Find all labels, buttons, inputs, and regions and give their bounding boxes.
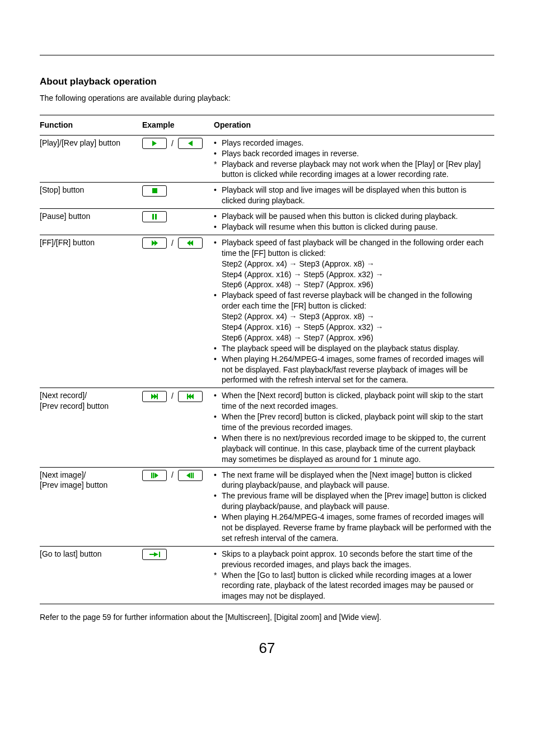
op-ff-fr: •Playback speed of fast playback will be…: [214, 235, 494, 388]
fn-next-prev-record: [Next record]/ [Prev record] button: [40, 388, 142, 467]
revplay-icon: [188, 141, 193, 146]
fn-next-prev-image: [Next image]/ [Prev image] button: [40, 467, 142, 546]
ex-ff-fr: /: [142, 235, 214, 388]
op-stop: •Playback will stop and live images will…: [214, 183, 494, 209]
section-title: About playback operation: [40, 76, 494, 88]
table-row: [Play]/[Rev play] button / •Plays record…: [40, 135, 494, 183]
go-to-last-button-icon: [142, 549, 167, 560]
ff-button-icon: [142, 237, 167, 249]
next-record-button-icon: [142, 391, 167, 402]
ex-play-revplay: /: [142, 135, 214, 183]
next-record-icon: [151, 394, 158, 399]
fn-pause: [Pause] button: [40, 209, 142, 235]
next-image-icon: [151, 473, 158, 478]
document-page: About playback operation The following o…: [0, 0, 534, 680]
header-function: Function: [40, 115, 142, 135]
op-play-revplay: •Plays recorded images. •Plays back reco…: [214, 135, 494, 183]
table-row: [Stop] button •Playback will stop and li…: [40, 183, 494, 209]
ex-go-to-last: [142, 546, 214, 604]
table-row: [FF]/[FR] button / •Playback speed of fa…: [40, 235, 494, 388]
revplay-button-icon: [178, 138, 203, 149]
slash-sep: /: [169, 470, 176, 480]
go-to-last-icon: [149, 552, 160, 557]
ex-next-prev-record: /: [142, 388, 214, 467]
stop-button-icon: [142, 185, 167, 197]
play-icon: [152, 141, 157, 146]
table-row: [Next record]/ [Prev record] button / •W…: [40, 388, 494, 467]
ex-next-prev-image: /: [142, 467, 214, 546]
header-operation: Operation: [214, 115, 494, 135]
prev-image-button-icon: [178, 470, 203, 481]
ex-stop: [142, 183, 214, 209]
fn-go-to-last: [Go to last] button: [40, 546, 142, 604]
op-next-prev-record: •When the [Next record] button is clicke…: [214, 388, 494, 467]
table-row: [Next image]/ [Prev image] button / •The…: [40, 467, 494, 546]
play-button-icon: [142, 138, 167, 149]
fn-ff-fr: [FF]/[FR] button: [40, 235, 142, 388]
stop-icon: [152, 188, 157, 193]
pause-icon: [152, 214, 157, 220]
ex-pause: [142, 209, 214, 235]
fn-play-revplay: [Play]/[Rev play] button: [40, 135, 142, 183]
top-rule: [40, 55, 494, 55]
operations-table: Function Example Operation [Play]/[Rev p…: [40, 115, 494, 604]
header-example: Example: [142, 115, 214, 135]
table-row: [Go to last] button •Skips to a playback…: [40, 546, 494, 604]
page-number: 67: [40, 638, 494, 658]
slash-sep: /: [169, 391, 176, 402]
fr-icon: [188, 240, 193, 246]
pause-button-icon: [142, 211, 167, 222]
footnote: Refer to the page 59 for further informa…: [40, 612, 494, 623]
op-next-prev-image: •The next frame will be displayed when t…: [214, 467, 494, 546]
prev-record-icon: [187, 394, 194, 399]
table-row: [Pause] button •Playback will be paused …: [40, 209, 494, 235]
fr-button-icon: [178, 237, 203, 249]
intro-text: The following operations are available d…: [40, 93, 494, 104]
fn-stop: [Stop] button: [40, 183, 142, 209]
slash-sep: /: [169, 138, 176, 149]
op-pause: •Playback will be paused when this butto…: [214, 209, 494, 235]
prev-image-icon: [186, 473, 194, 478]
prev-record-button-icon: [178, 391, 203, 402]
op-go-to-last: •Skips to a playback point approx. 10 se…: [214, 546, 494, 604]
slash-sep: /: [169, 238, 176, 249]
ff-icon: [152, 240, 157, 246]
next-image-button-icon: [142, 470, 167, 481]
